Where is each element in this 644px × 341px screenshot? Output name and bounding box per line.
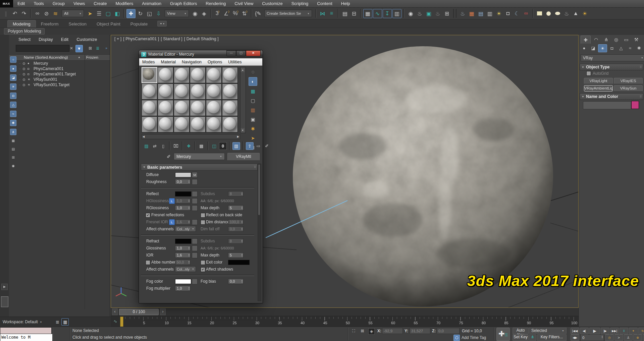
select-by-name-icon[interactable]: ☰	[95, 9, 103, 18]
select-and-scale-icon[interactable]: ◱	[145, 9, 154, 18]
material-type-button[interactable]: VRayMtl	[227, 153, 260, 161]
isolate-toggle-icon[interactable]: ≣	[54, 319, 61, 325]
motion-icon[interactable]: ◎	[611, 36, 621, 43]
filter-lights-icon[interactable]: ☀	[10, 83, 16, 90]
vray-sphere-light-icon[interactable]	[544, 9, 553, 18]
named-selection-sets-dropdown[interactable]: Create Selection Se▼	[264, 10, 312, 17]
material-slot-2[interactable]	[174, 67, 190, 83]
viewport-shading-label[interactable]: [ Default Shading ]	[184, 37, 219, 41]
isolate-selection-icon[interactable]: ⛶	[351, 328, 357, 334]
object-name[interactable]: VRaySun001	[33, 77, 57, 82]
color-swatch[interactable]	[175, 279, 191, 284]
vrayies-button[interactable]: VRayIES	[614, 78, 643, 84]
select-and-rotate-icon[interactable]: ↻	[136, 9, 145, 18]
map-button[interactable]	[192, 219, 198, 225]
modify-icon[interactable]: ◠	[591, 36, 601, 43]
set-key-button[interactable]: Set Key	[513, 334, 529, 341]
vrayambientlight-button[interactable]: VRayAmbientLig	[584, 85, 613, 92]
explorer-menu-customize[interactable]: Customize	[76, 37, 97, 42]
key-steps-icon[interactable]: ⋔	[529, 334, 536, 341]
frame-ruler[interactable]: 0510152025303540455055606570758085909510…	[111, 316, 579, 327]
redo-icon[interactable]: ↷	[20, 9, 28, 18]
auto-key-button[interactable]: Auto Key	[513, 328, 529, 334]
rendered-frame-window-icon[interactable]: ▣	[425, 9, 433, 18]
use-pivot-point-center-icon[interactable]: ◉	[191, 9, 199, 18]
material-slot-15[interactable]	[190, 100, 206, 116]
window-crossing-toggle-icon[interactable]: ◧	[113, 9, 121, 18]
ribbon-tab-modeling[interactable]: Modeling	[7, 20, 36, 27]
vray-frame-buffer-icon[interactable]: ▦	[468, 9, 476, 18]
fresnel-reflections-checkbox[interactable]: ✔	[146, 213, 150, 218]
time-tag-cube-icon[interactable]: ⬡	[453, 335, 460, 341]
filter-helpers-icon[interactable]: △	[10, 102, 16, 108]
map-button[interactable]	[192, 279, 198, 284]
flyout-arrow-button[interactable]: ▶	[1, 284, 8, 290]
previous-next-key-button[interactable]: ◀▶	[571, 334, 579, 341]
menu-content[interactable]: Content	[313, 0, 337, 7]
map-button[interactable]	[192, 205, 198, 211]
backlight-icon[interactable]: ◐	[249, 77, 257, 86]
ribbon-options-button[interactable]: ▼▾	[157, 21, 167, 26]
material-slot-19[interactable]	[158, 116, 173, 132]
cameras-icon[interactable]: ◘	[608, 44, 616, 52]
vray-ies-light-icon[interactable]: ▲	[572, 9, 580, 18]
spinner-field[interactable]: 8▲▼	[228, 238, 244, 244]
autogrid-checkbox[interactable]	[586, 71, 591, 76]
channel-dropdown[interactable]: Col...nly▼	[175, 226, 196, 232]
visibility-eye-icon[interactable]: ⊙	[22, 62, 28, 65]
object-name[interactable]: PhysCamera001	[33, 66, 63, 71]
basic-parameters-rollout[interactable]: ▼ Basic parameters ⠿	[141, 164, 258, 171]
absolute-mode-icon[interactable]: ◈	[368, 328, 375, 335]
schematic-view-icon[interactable]: ↧	[383, 9, 392, 18]
filter-particles-icon[interactable]: ✱	[10, 120, 16, 126]
current-frame-field[interactable]: 0▲▼	[580, 334, 604, 341]
menu-tools[interactable]: Tools	[29, 0, 48, 7]
clear-search-icon[interactable]: ✕	[68, 45, 75, 52]
pick-material-from-object-icon[interactable]: ✐	[263, 143, 270, 150]
color-swatch[interactable]	[175, 239, 191, 244]
category-dropdown[interactable]: VRay ▼	[581, 54, 644, 61]
vray-quick-settings-icon[interactable]: ▥	[486, 9, 494, 18]
visibility-eye-icon[interactable]: ⊙	[22, 83, 28, 87]
utilities-icon[interactable]: ⚒	[632, 36, 641, 43]
menu-help[interactable]: Help	[337, 0, 355, 7]
filter-shapes-icon[interactable]: ◪	[10, 74, 16, 81]
lock-button[interactable]: L	[169, 219, 175, 225]
minimize-button[interactable]: —	[226, 50, 236, 56]
vray-mesh-light-icon[interactable]: ♨	[562, 9, 571, 18]
vray-stereo-camera-icon[interactable]: ∞	[522, 9, 530, 18]
spinner-field[interactable]: 1,0▲▼	[175, 198, 191, 204]
spinner-field[interactable]: 1,6▲▼	[175, 219, 191, 225]
explorer-row-mercury[interactable]: ┈⊙●Mercury	[17, 61, 109, 66]
background-icon[interactable]: ▩	[249, 87, 257, 95]
x-coord-field[interactable]: -92,9	[382, 328, 403, 334]
bind-to-space-warp-icon[interactable]: ≋	[51, 9, 60, 18]
menu-civil-view[interactable]: Civil View	[230, 0, 258, 7]
undo-icon[interactable]: ↶	[11, 9, 19, 18]
name-column-header[interactable]: Name (Sorted Ascending)	[24, 55, 68, 59]
scroll-down-icon[interactable]: ▼	[241, 128, 245, 132]
track-bar[interactable]: » ∿ 051015202530354045505560657075808590…	[111, 316, 579, 327]
menu-scripting[interactable]: Scripting	[287, 0, 313, 7]
material-slot-16[interactable]	[206, 100, 222, 116]
spinner-field[interactable]: 0,0▲▼	[228, 279, 244, 284]
material-slot-17[interactable]	[222, 100, 238, 116]
frozen-column-header[interactable]: Frozen	[86, 55, 98, 59]
material-slot-14[interactable]	[174, 100, 190, 116]
select-and-place-icon[interactable]: ⇩	[154, 9, 163, 18]
menu-rendering[interactable]: Rendering	[201, 0, 230, 7]
toggle-scene-explorer-icon[interactable]: ▦	[363, 9, 372, 18]
filter-geometry-icon[interactable]: ●	[10, 65, 16, 72]
toggle-layer-explorer-icon[interactable]: ▤	[341, 9, 349, 18]
spinner-field[interactable]: 1,0▲▼	[175, 245, 191, 251]
object-name[interactable]: Mercury	[33, 61, 48, 66]
filter-groups-icon[interactable]: ▤	[10, 146, 16, 152]
vray-plane-light-icon[interactable]	[535, 9, 544, 18]
explorer-row-vraysun001.target[interactable]: ┈⊙☀VRaySun001.Target	[17, 82, 109, 88]
selection-lock-icon[interactable]: ⊠	[360, 328, 365, 334]
search-input[interactable]	[16, 45, 69, 52]
maxscript-listener-input[interactable]: Welcome to M	[0, 334, 53, 341]
z-coord-field[interactable]: 0,0	[437, 328, 460, 334]
vraylight-button[interactable]: VRayLight	[584, 78, 613, 84]
selection-filter-dropdown[interactable]: All▼	[62, 10, 84, 17]
